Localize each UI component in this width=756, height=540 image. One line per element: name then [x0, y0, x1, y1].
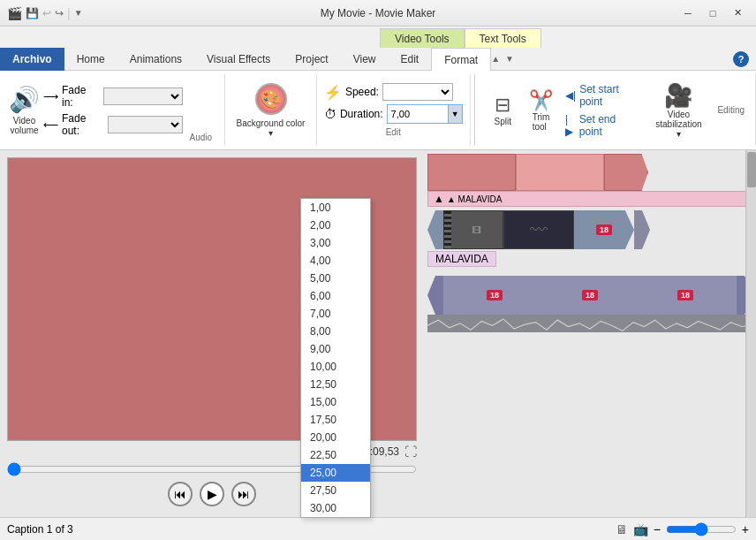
dd-item-6[interactable]: 6,00 [301, 287, 370, 305]
film-perforations [444, 211, 451, 248]
track2-dark-seg: 〰 [503, 210, 574, 249]
window-controls: ─ □ ✕ [677, 4, 749, 22]
video-volume-button[interactable]: 🔊 Videovolume [5, 76, 43, 144]
video-volume-icon: 🔊 [9, 85, 40, 114]
dd-item-30[interactable]: 30,00 [301, 499, 370, 517]
tab-view[interactable]: View [341, 48, 389, 71]
track2-arrow-right [634, 210, 650, 249]
timeline-tracks: ▲ ▲ MALAVIDA 🎞 〰 [424, 150, 756, 517]
caption-status: Caption 1 of 3 [7, 523, 73, 536]
fade-out-select[interactable] [108, 116, 183, 133]
duration-row: ⏱ Duration: 7,00 ▼ [324, 104, 463, 124]
status-bar: Caption 1 of 3 🖥 📺 − + [0, 517, 756, 540]
zoom-slider[interactable] [666, 522, 737, 536]
dd-item-15[interactable]: 15,00 [301, 393, 370, 411]
monitor-icon[interactable]: 🖥 [616, 522, 628, 536]
title-bar: 🎬 💾 ↩ ↪ | ▼ My Movie - Movie Maker ─ □ ✕ [0, 0, 756, 27]
editing-group: ⊟ Split ✂️ Trimtool ◀| Set start point |… [479, 74, 756, 146]
trim-button[interactable]: ✂️ Trimtool [524, 86, 558, 135]
status-right: 🖥 📺 − + [616, 522, 749, 536]
duration-dropdown: 1,00 2,00 3,00 4,00 5,00 6,00 7,00 8,00 … [300, 198, 371, 518]
bg-color-button[interactable]: 🎨 Background color ▾ [234, 83, 307, 138]
monitor2-icon[interactable]: 📺 [633, 522, 648, 536]
fade-out-row: ⟵ Fade out: [43, 112, 183, 137]
fade-out-icon: ⟵ [43, 118, 58, 131]
dd-item-3[interactable]: 3,00 [301, 234, 370, 252]
help-button[interactable]: ? [733, 51, 749, 67]
track1-arrow-end [604, 154, 648, 191]
ribbon: 🔊 Videovolume ⟶ Fade in: ⟵ Fade out: Aud… [0, 71, 756, 150]
quick-save-icon[interactable]: 💾 [26, 7, 39, 19]
track1-seg2 [516, 154, 604, 191]
track2-caption-text: MALAVIDA [435, 253, 488, 265]
zoom-minus-icon[interactable]: − [654, 522, 661, 536]
dd-item-20[interactable]: 20,00 [301, 429, 370, 446]
maximize-button[interactable]: □ [701, 4, 724, 22]
minimize-button[interactable]: ─ [677, 4, 699, 22]
step-back-button[interactable]: ⏮ [168, 482, 193, 506]
quick-undo-icon[interactable]: ↩ [42, 7, 51, 19]
play-button[interactable]: ▶ [200, 482, 224, 506]
fade-in-select[interactable] [103, 87, 182, 105]
ribbon-scroll-right[interactable]: ▼ [505, 54, 514, 64]
set-start-label: Set start point [579, 83, 639, 108]
dd-item-7[interactable]: 7,00 [301, 305, 370, 323]
dd-item-1[interactable]: 1,00 [301, 199, 370, 217]
dd-item-9[interactable]: 9,00 [301, 340, 370, 358]
tab-video-tools[interactable]: Video Tools [380, 28, 465, 48]
split-button[interactable]: ⊟ Split [489, 90, 517, 130]
zoom-plus-icon[interactable]: + [742, 522, 749, 536]
dd-item-17-5[interactable]: 17,50 [301, 411, 370, 429]
step-forward-button[interactable]: ⏭ [231, 482, 256, 506]
set-start-button[interactable]: ◀| Set start point [565, 83, 639, 108]
dd-item-2[interactable]: 2,00 [301, 217, 370, 234]
tab-project[interactable]: Project [283, 48, 340, 71]
ribbon-tab-bar: Archivo Home Animations Visual Effects P… [0, 48, 756, 71]
track2-caption-label: MALAVIDA [427, 251, 496, 267]
track3-middle: 18 18 18 [443, 276, 737, 315]
stabilization-label: Videostabilization ▾ [654, 110, 703, 139]
dd-item-25[interactable]: 25,00 [301, 464, 370, 482]
tab-visual-effects[interactable]: Visual Effects [194, 48, 283, 71]
tab-format[interactable]: Format [431, 48, 491, 71]
title-bar-separator: | [67, 6, 71, 20]
set-end-icon: |▶ [565, 113, 576, 138]
tab-animations[interactable]: Animations [117, 48, 194, 71]
close-button[interactable]: ✕ [726, 4, 749, 22]
expand-icon[interactable]: ⛶ [404, 445, 417, 459]
stabilization-button[interactable]: 🎥 Videostabilization ▾ [646, 79, 710, 142]
tab-archivo[interactable]: Archivo [0, 48, 64, 71]
dd-item-12-5[interactable]: 12,50 [301, 376, 370, 393]
tab-edit[interactable]: Edit [389, 48, 432, 71]
dd-item-22-5[interactable]: 22,50 [301, 446, 370, 464]
speed-label: Speed: [345, 86, 379, 98]
dd-item-4[interactable]: 4,00 [301, 252, 370, 270]
tab-home[interactable]: Home [64, 48, 117, 71]
duration-dropdown-arrow[interactable]: ▼ [449, 104, 463, 124]
title-customize-icon[interactable]: ▼ [74, 8, 83, 18]
ribbon-scroll-left[interactable]: ▲ [491, 54, 500, 64]
set-end-button[interactable]: |▶ Set end point [565, 113, 639, 138]
timeline-scrollbar[interactable] [745, 150, 756, 517]
quick-redo-icon[interactable]: ↪ [55, 7, 64, 19]
duration-input[interactable]: 7,00 [387, 104, 449, 124]
track-row-3: 18 18 18 [427, 276, 752, 333]
set-points-group: ◀| Set start point |▶ Set end point [565, 83, 639, 138]
badge-18-track2: 18 [596, 224, 612, 235]
track3-arrow-left [427, 276, 443, 315]
scrollbar-thumb[interactable] [747, 152, 756, 187]
speed-select[interactable] [382, 83, 453, 101]
tab-text-tools[interactable]: Text Tools [465, 28, 541, 48]
set-start-icon: ◀| [565, 89, 576, 102]
track-3-main: 18 18 18 [427, 276, 752, 315]
dd-item-8[interactable]: 8,00 [301, 323, 370, 340]
dd-item-10[interactable]: 10,00 [301, 358, 370, 376]
adjust-group-label: Edit [324, 127, 463, 137]
track1-triangle-icon: ▲ [434, 193, 444, 205]
track-2-film: 🎞 〰 18 [427, 210, 650, 249]
dd-item-27-5[interactable]: 27,50 [301, 482, 370, 499]
dd-item-5[interactable]: 5,00 [301, 270, 370, 287]
track-1-content: ▲ ▲ MALAVIDA [427, 154, 752, 207]
fade-in-icon: ⟶ [43, 90, 58, 103]
split-icon: ⊟ [495, 94, 510, 117]
